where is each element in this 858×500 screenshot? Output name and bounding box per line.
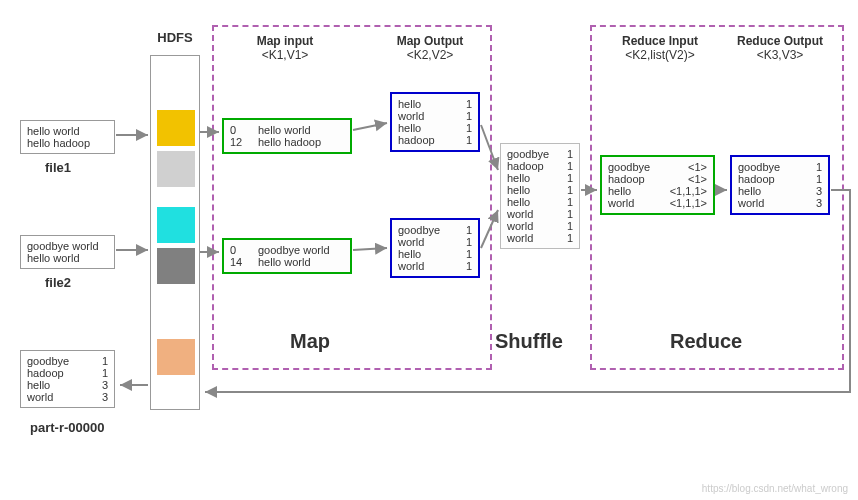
watermark: https://blog.csdn.net/what_wrong (702, 483, 848, 494)
arrow-mapout2-shuffle (481, 210, 498, 248)
arrow-mapin2-mapout2 (353, 248, 387, 250)
arrow-mapin1-mapout1 (353, 123, 387, 130)
arrows-svg (0, 0, 858, 500)
arrow-mapout1-shuffle (481, 125, 498, 170)
arrow-reduceout-hdfs (205, 190, 850, 392)
